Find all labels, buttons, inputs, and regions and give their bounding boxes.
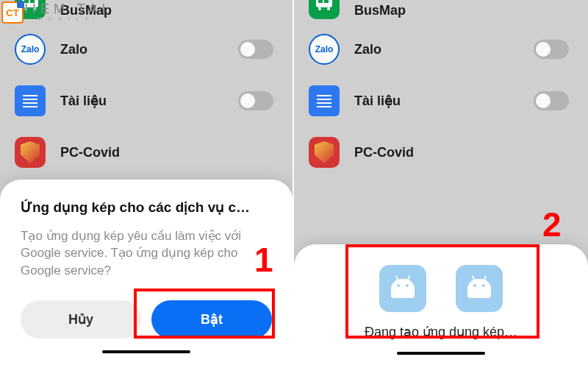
dialog-buttons: Hủy Bật bbox=[21, 300, 272, 339]
cancel-button[interactable]: Hủy bbox=[21, 300, 141, 339]
watermark-logo: CT bbox=[1, 1, 24, 24]
watermark-subtitle: M O B I L E bbox=[37, 15, 110, 22]
android-icon-2 bbox=[456, 265, 503, 312]
enable-button[interactable]: Bật bbox=[151, 300, 272, 339]
android-icon-1 bbox=[379, 265, 426, 312]
screenshot-panel-2: BusMap Zalo Zalo Tài liệu PC-Covid bbox=[294, 0, 588, 368]
home-indicator bbox=[397, 352, 485, 355]
dual-app-dialog: Ứng dụng kép cho các dịch vụ c… Tạo ứng … bbox=[0, 180, 293, 368]
creating-icons-row bbox=[316, 265, 566, 312]
home-indicator bbox=[102, 350, 190, 353]
creating-dual-app-sheet: Đang tạo ứng dụng kép… bbox=[294, 244, 588, 368]
creating-status-text: Đang tạo ứng dụng kép… bbox=[316, 324, 566, 340]
dialog-body: Tạo ứng dụng kép yêu cầu làm việc với Go… bbox=[21, 227, 272, 280]
screenshot-panel-1: CT CHIEM TAI M O B I L E BusMap Zalo Zal… bbox=[0, 0, 294, 368]
dialog-title: Ứng dụng kép cho các dịch vụ c… bbox=[21, 199, 272, 216]
